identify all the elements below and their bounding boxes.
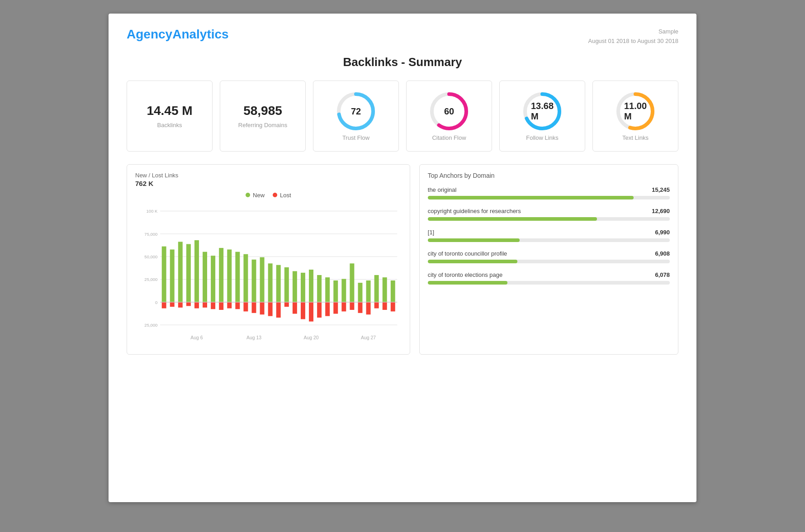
anchor-row: [1] 6,990 [428, 229, 670, 242]
svg-rect-55 [301, 302, 305, 319]
svg-rect-33 [211, 302, 215, 309]
donut-value: 13.68 M [531, 101, 554, 122]
svg-rect-20 [162, 246, 166, 302]
svg-rect-59 [317, 302, 322, 317]
svg-text:25,000: 25,000 [144, 323, 157, 328]
legend-item: Lost [273, 192, 291, 199]
svg-rect-24 [178, 242, 183, 302]
svg-rect-35 [219, 302, 223, 309]
header: AgencyAnalytics Sample August 01 2018 to… [127, 27, 678, 46]
anchor-row: copyright guidelines for researchers 12,… [428, 208, 670, 221]
bar-fill [428, 281, 508, 285]
svg-rect-67 [350, 302, 354, 309]
bar-fill [428, 260, 517, 263]
svg-rect-37 [227, 302, 232, 308]
bar-track [428, 196, 670, 200]
svg-text:Aug 6: Aug 6 [190, 335, 203, 340]
svg-rect-73 [374, 302, 379, 308]
legend-label: New [253, 192, 265, 199]
anchor-name: city of toronto councillor profile [428, 250, 507, 257]
meta-label: Sample [588, 27, 678, 37]
kpi-label: Text Links [622, 134, 649, 141]
anchor-header: copyright guidelines for researchers 12,… [428, 208, 670, 214]
svg-rect-68 [358, 283, 363, 302]
kpi-label: Citation Flow [432, 134, 466, 141]
bar-track [428, 281, 670, 285]
svg-rect-34 [219, 248, 223, 302]
bar-track [428, 238, 670, 242]
anchor-count: 6,908 [655, 250, 670, 257]
page-title: Backlinks - Summary [127, 55, 678, 69]
anchor-name: [1] [428, 229, 434, 236]
bar-track [428, 260, 670, 263]
svg-text:0: 0 [155, 299, 157, 304]
bar-track [428, 217, 670, 221]
bar-chart-svg: 100 K75,00050,00025,000025,000Aug 6Aug 1… [135, 203, 402, 348]
svg-rect-56 [309, 270, 313, 302]
anchor-count: 6,990 [655, 229, 670, 236]
donut-value: 11.00 M [624, 101, 647, 122]
svg-rect-70 [366, 280, 371, 302]
chart-title: New / Lost Links [135, 172, 402, 179]
svg-rect-42 [252, 259, 256, 302]
logo-prefix: Agency [127, 27, 172, 41]
svg-rect-61 [325, 302, 330, 316]
chart-panel: New / Lost Links 762 K New Lost 100 K75,… [127, 164, 410, 355]
legend-dot [273, 193, 277, 197]
page-container: AgencyAnalytics Sample August 01 2018 to… [109, 14, 696, 502]
svg-rect-46 [268, 263, 273, 302]
bar-fill [428, 217, 597, 221]
meta-date: August 01 2018 to August 30 2018 [588, 37, 678, 46]
svg-text:100 K: 100 K [147, 209, 158, 214]
logo-suffix: Analytics [172, 27, 229, 41]
anchor-count: 6,078 [655, 271, 670, 278]
svg-rect-25 [178, 302, 183, 307]
svg-rect-50 [284, 267, 289, 302]
svg-rect-32 [211, 256, 215, 302]
chart-legend: New Lost [135, 192, 402, 199]
kpi-label: Referring Domains [238, 122, 287, 128]
kpi-card-citation-flow: 60 Citation Flow [406, 81, 492, 152]
svg-rect-69 [358, 302, 363, 313]
svg-rect-63 [333, 302, 338, 314]
svg-rect-52 [293, 271, 297, 302]
kpi-label: Follow Links [526, 134, 559, 141]
svg-rect-30 [203, 252, 207, 302]
svg-rect-23 [170, 302, 175, 306]
legend-dot [246, 193, 250, 197]
bar-fill [428, 238, 520, 242]
logo: AgencyAnalytics [127, 27, 229, 42]
kpi-label: Trust Flow [342, 134, 369, 141]
kpi-value: 58,985 [243, 104, 282, 118]
svg-rect-45 [260, 302, 265, 314]
donut-container: 72 [336, 91, 376, 132]
svg-rect-58 [317, 275, 322, 302]
anchor-name: the original [428, 186, 457, 193]
kpi-card-referring-domains: 58,985 Referring Domains [220, 81, 306, 152]
svg-rect-75 [383, 302, 387, 309]
svg-rect-64 [341, 279, 346, 302]
anchors-panel: Top Anchors by Domain the original 15,24… [419, 164, 678, 355]
kpi-row: 14.45 M Backlinks 58,985 Referring Domai… [127, 81, 678, 152]
svg-rect-44 [260, 257, 265, 302]
svg-rect-62 [333, 280, 338, 302]
anchor-header: [1] 6,990 [428, 229, 670, 236]
svg-rect-74 [383, 277, 387, 302]
svg-rect-49 [276, 302, 281, 317]
kpi-label: Backlinks [157, 122, 182, 128]
svg-text:25,000: 25,000 [144, 277, 157, 282]
svg-rect-41 [243, 302, 248, 311]
kpi-card-text-links: 11.00 M Text Links [592, 81, 678, 152]
svg-rect-76 [391, 280, 395, 302]
anchor-row: city of toronto councillor profile 6,908 [428, 250, 670, 263]
svg-rect-54 [301, 272, 305, 302]
svg-rect-77 [391, 302, 395, 311]
anchor-count: 15,245 [652, 186, 670, 193]
anchor-row: city of toronto elections page 6,078 [428, 271, 670, 285]
svg-rect-48 [276, 265, 281, 302]
header-meta: Sample August 01 2018 to August 30 2018 [588, 27, 678, 46]
chart-area: 100 K75,00050,00025,000025,000Aug 6Aug 1… [135, 203, 402, 348]
svg-rect-40 [243, 254, 248, 302]
donut-container: 11.00 M [615, 91, 656, 132]
svg-rect-57 [309, 302, 313, 321]
